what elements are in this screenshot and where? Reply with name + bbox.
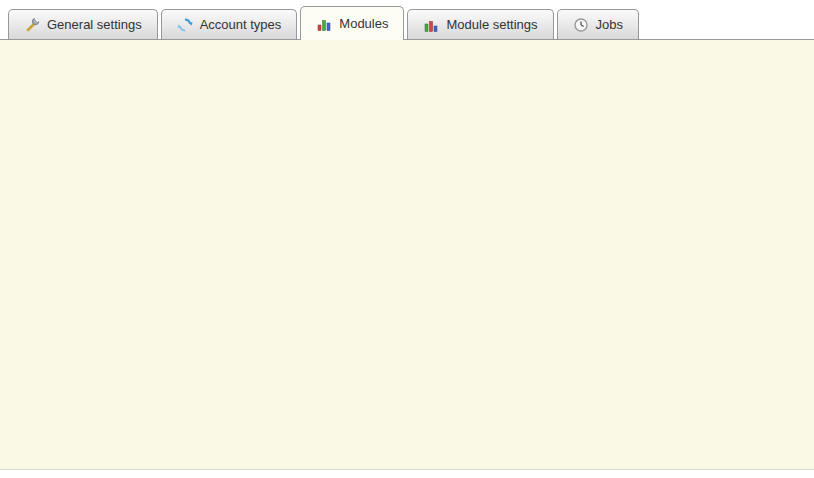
tab-module-settings[interactable]: Module settings [407, 9, 553, 39]
tab-modules[interactable]: Modules [300, 6, 404, 40]
wrench-icon [24, 17, 40, 33]
tab-label: Account types [200, 17, 282, 32]
content-panel [0, 39, 814, 470]
clock-icon [573, 17, 589, 33]
module-settings-chart-icon [423, 17, 439, 33]
sync-icon [177, 17, 193, 33]
module-configuration-page: General settings Account types [0, 0, 814, 478]
tab-label: Modules [339, 16, 388, 31]
tab-account-types[interactable]: Account types [161, 9, 298, 39]
tab-general-settings[interactable]: General settings [8, 9, 158, 39]
modules-chart-icon [316, 16, 332, 32]
tab-bar: General settings Account types [0, 0, 814, 40]
tab-label: Jobs [596, 17, 623, 32]
tab-jobs[interactable]: Jobs [557, 9, 639, 39]
tab-label: Module settings [446, 17, 537, 32]
tab-label: General settings [47, 17, 142, 32]
